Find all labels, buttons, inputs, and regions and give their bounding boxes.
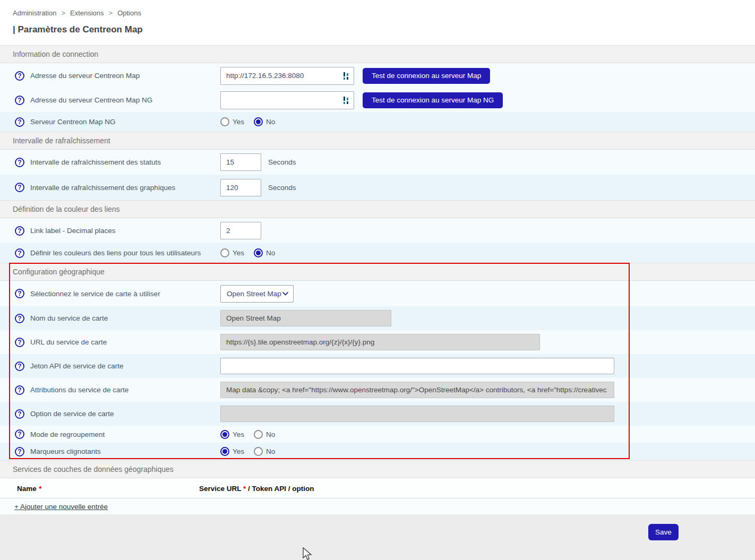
breadcrumb-separator: > bbox=[61, 9, 65, 17]
api-token-input[interactable] bbox=[220, 358, 614, 374]
radio-no-label: No bbox=[266, 118, 275, 126]
radio-no[interactable]: No bbox=[254, 430, 275, 439]
radio-no[interactable]: No bbox=[254, 117, 275, 126]
radio-yes[interactable]: Yes bbox=[220, 117, 244, 126]
save-bar: Save bbox=[0, 514, 755, 560]
section-header-geo: Configuration géographique bbox=[0, 263, 755, 281]
help-icon[interactable]: ? bbox=[15, 158, 24, 167]
row-link-colors-all-users: ? Définir les couleurs des liens pour to… bbox=[0, 243, 755, 263]
page-title: | Paramètres de Centreon Map bbox=[13, 24, 755, 35]
row-map-service-select: ? Sélectionnez le service de carte à uti… bbox=[0, 281, 755, 306]
map-service-select-label: Sélectionnez le service de carte à utili… bbox=[30, 290, 160, 298]
row-service-name: ? Nom du service de carte bbox=[0, 306, 755, 330]
radio-icon bbox=[254, 117, 263, 126]
service-url-input bbox=[220, 334, 540, 350]
attributions-input bbox=[220, 382, 614, 398]
help-icon[interactable]: ? bbox=[15, 447, 24, 456]
save-button[interactable]: Save bbox=[648, 524, 679, 540]
page-header: Administration > Extensions > Options | … bbox=[0, 0, 755, 45]
row-controls: Seconds bbox=[220, 153, 296, 171]
help-icon[interactable]: ? bbox=[15, 248, 24, 258]
equalizer-icon bbox=[343, 72, 349, 80]
breadcrumb-options[interactable]: Options bbox=[117, 9, 141, 17]
row-service-option: ? Option de service de carte bbox=[0, 402, 755, 426]
row-label: ? Jeton API de service de carte bbox=[0, 361, 220, 371]
row-graph-interval: ? Intervalle de rafraîchissement des gra… bbox=[0, 175, 755, 200]
service-option-label: Option de service de carte bbox=[30, 410, 114, 418]
help-icon[interactable]: ? bbox=[15, 96, 24, 105]
map-ng-server-label: Serveur Centreon Map NG bbox=[30, 118, 116, 126]
row-label: ? Nom du service de carte bbox=[0, 314, 220, 323]
row-blinking-markers: ? Marqueurs clignotants Yes No bbox=[0, 443, 755, 460]
chevron-down-icon bbox=[282, 292, 288, 296]
add-entry-link[interactable]: + Ajouter une nouvelle entrée bbox=[14, 503, 108, 511]
help-icon[interactable]: ? bbox=[15, 289, 24, 298]
grouping-mode-label: Mode de regroupement bbox=[30, 430, 105, 438]
graph-interval-unit: Seconds bbox=[268, 184, 296, 192]
radio-no-label: No bbox=[266, 447, 275, 455]
row-label: ? Attributions du service de carte bbox=[0, 385, 220, 395]
row-controls: Test de connexion au serveur Map NG bbox=[220, 91, 503, 109]
row-grouping-mode: ? Mode de regroupement Yes No bbox=[0, 426, 755, 443]
row-controls: Open Street Map bbox=[220, 285, 294, 303]
service-option-input bbox=[220, 406, 614, 422]
map-address-input-wrap bbox=[220, 67, 354, 85]
radio-no-label: No bbox=[266, 430, 275, 438]
radio-no[interactable]: No bbox=[254, 248, 275, 257]
graph-interval-label: Intervalle de rafraîchissement des graph… bbox=[30, 184, 175, 192]
help-icon[interactable]: ? bbox=[15, 361, 24, 371]
map-ng-address-label: Adresse du serveur Centreon Map NG bbox=[30, 96, 152, 104]
row-controls bbox=[220, 358, 614, 374]
blinking-markers-radio-group: Yes No bbox=[220, 447, 275, 456]
breadcrumb-extensions[interactable]: Extensions bbox=[70, 9, 104, 17]
map-service-selected-value: Open Street Map bbox=[227, 290, 281, 298]
help-icon[interactable]: ? bbox=[15, 226, 24, 236]
help-icon[interactable]: ? bbox=[15, 71, 24, 81]
grouping-mode-radio-group: Yes No bbox=[220, 430, 275, 439]
radio-yes[interactable]: Yes bbox=[220, 447, 244, 456]
row-api-token: ? Jeton API de service de carte bbox=[0, 354, 755, 378]
help-icon[interactable]: ? bbox=[15, 314, 24, 323]
row-attributions: ? Attributions du service de carte bbox=[0, 378, 755, 402]
api-token-label: Jeton API de service de carte bbox=[30, 362, 124, 370]
required-asterisk: * bbox=[39, 485, 41, 493]
row-label: ? Mode de regroupement bbox=[0, 429, 220, 439]
help-icon[interactable]: ? bbox=[15, 183, 24, 192]
help-icon[interactable]: ? bbox=[15, 429, 24, 439]
section-header-layers: Services de couches de données géographi… bbox=[0, 460, 755, 478]
radio-no-label: No bbox=[266, 249, 275, 257]
radio-yes[interactable]: Yes bbox=[220, 248, 244, 257]
layers-table-header: Name * Service URL * / Token API / optio… bbox=[0, 478, 755, 498]
row-label: ? Adresse du serveur Centreon Map bbox=[0, 71, 220, 81]
decimal-places-label: Link label - Decimal places bbox=[30, 227, 116, 235]
help-icon[interactable]: ? bbox=[15, 385, 24, 395]
row-controls bbox=[220, 334, 540, 350]
test-map-connection-button[interactable]: Test de connexion au serveur Map bbox=[363, 68, 490, 84]
section-header-connection: Information de connection bbox=[0, 45, 755, 63]
map-ng-address-input[interactable] bbox=[226, 96, 343, 104]
help-icon[interactable]: ? bbox=[15, 117, 24, 127]
geo-configuration-section: Configuration géographique ? Sélectionne… bbox=[0, 263, 755, 460]
row-controls bbox=[220, 310, 391, 326]
map-ng-server-radio-group: Yes No bbox=[220, 117, 275, 126]
attributions-label: Attributions du service de carte bbox=[30, 386, 128, 394]
map-service-select[interactable]: Open Street Map bbox=[220, 285, 294, 303]
radio-yes-label: Yes bbox=[233, 430, 244, 438]
help-icon[interactable]: ? bbox=[15, 409, 24, 419]
breadcrumb-administration[interactable]: Administration bbox=[13, 9, 56, 17]
help-icon[interactable]: ? bbox=[15, 338, 24, 347]
name-column-label: Name bbox=[17, 485, 37, 493]
service-url-label: URL du service de carte bbox=[30, 338, 107, 346]
radio-yes-label: Yes bbox=[233, 447, 244, 455]
graph-interval-input[interactable] bbox=[220, 179, 261, 196]
link-colors-all-users-label: Définir les couleurs des liens pour tous… bbox=[30, 249, 201, 257]
test-map-ng-connection-button[interactable]: Test de connexion au serveur Map NG bbox=[363, 92, 503, 108]
decimal-places-input[interactable] bbox=[220, 222, 261, 239]
map-address-input[interactable] bbox=[226, 72, 343, 80]
radio-yes[interactable]: Yes bbox=[220, 430, 244, 439]
radio-no[interactable]: No bbox=[254, 447, 275, 456]
service-url-column-label: Service URL bbox=[199, 485, 243, 493]
row-label: ? Sélectionnez le service de carte à uti… bbox=[0, 289, 220, 298]
status-interval-input[interactable] bbox=[220, 153, 261, 171]
equalizer-icon bbox=[343, 96, 349, 105]
